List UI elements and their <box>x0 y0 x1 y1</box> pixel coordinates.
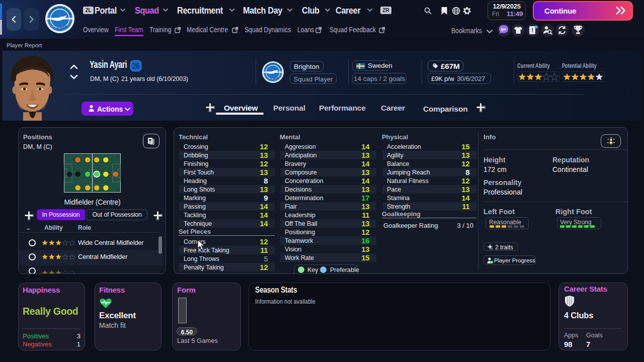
svg-text:!: ! <box>531 27 533 33</box>
svg-text:9+: 9+ <box>501 27 507 32</box>
